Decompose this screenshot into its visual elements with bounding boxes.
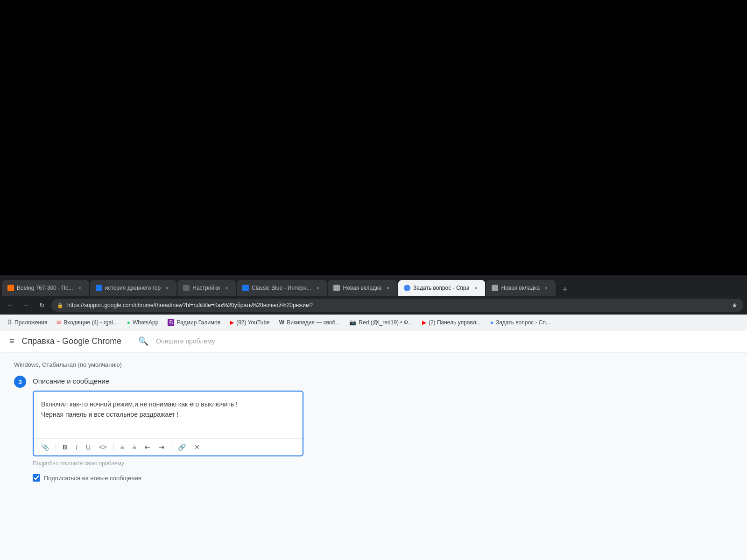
bold-button[interactable]: B [61,442,69,452]
address-text: https://support.google.com/chrome/thread… [67,302,728,308]
bookmark-radmir[interactable]: В Радмир Галимов [164,317,224,328]
list-bullet-button[interactable]: ≡ [119,442,126,452]
bookmark-youtube[interactable]: ▶ (82) YouTube [226,317,274,328]
bookmark-wikipedia-label: Википедия — своб... [287,319,340,326]
tab-7-close[interactable]: × [543,284,550,292]
tab-2-close[interactable]: × [163,284,171,292]
search-input-placeholder[interactable]: Опишите проблему [156,337,215,345]
step-title: Описание и сообщение [33,376,303,385]
tab-3-favicon [183,285,190,291]
tab-3-close[interactable]: × [223,284,230,292]
tab-5-favicon [333,285,340,291]
tab-3-label: Настройки [192,285,220,291]
youtube-icon: ▶ [230,319,234,326]
clear-format-button[interactable]: ✕ [192,442,202,452]
toolbar-sep-1 [56,443,56,451]
editor-line-1: Включил как-то ночной режим,и не понимаю… [41,399,295,409]
tab-3[interactable]: Настройки × [177,280,236,296]
bookmarks-bar: ⠿ Приложения ✉ Входящие (4) - rgal... ● … [0,315,747,330]
bookmark-panel-label: (2) Панель управл... [429,319,481,326]
star-icon[interactable]: ★ [732,301,738,309]
refresh-button[interactable]: ↻ [35,299,49,312]
nav-bar: ← → ↻ 🔒 https://support.google.com/chrom… [0,296,747,315]
tab-5-label: Новая вкладка [343,285,381,291]
tab-1-close[interactable]: × [76,284,84,292]
bookmark-apps-label: Приложения [14,319,47,326]
subscribe-checkbox[interactable] [33,474,40,482]
code-button[interactable]: <> [97,442,108,452]
italic-button[interactable]: I [74,442,79,452]
wikipedia-icon: W [279,319,284,326]
address-bar[interactable]: 🔒 https://support.google.com/chrome/thre… [51,299,743,312]
forward-button[interactable]: → [20,299,33,312]
step-number: 3 [14,376,26,388]
underline-button[interactable]: U [84,442,92,452]
toolbar-sep-2 [113,443,114,451]
checkbox-label: Подписаться на новые сообщения [44,475,141,482]
indent-right-button[interactable]: ⇥ [157,442,166,452]
bookmark-whatsapp[interactable]: ● WhatsApp [123,317,162,328]
tab-4-label: Classic Blue - Интерн... [252,285,311,291]
tab-6-label: Задать вопрос - Спра [413,285,469,291]
bookmark-zadatv[interactable]: ● Задать вопрос - Сп... [486,317,554,328]
help-text: Подробно опишите свою проблему [33,460,303,467]
tab-1-favicon [7,285,14,291]
tab-2-favicon [96,285,102,291]
tab-5[interactable]: Новая вкладка × [328,280,397,296]
indent-left-button[interactable]: ⇤ [143,442,152,452]
checkbox-row: Подписаться на новые сообщения [33,474,303,482]
bookmark-inbox-label: Входящие (4) - rgal... [63,319,118,326]
tab-4-close[interactable]: × [314,284,321,292]
bookmark-instagram[interactable]: 📷 Red (@i_red19) • Ф... [345,317,416,328]
tab-4-favicon [242,285,249,291]
tab-7-favicon [492,285,498,291]
link-button[interactable]: 🔗 [176,442,188,452]
refresh-icon: ↻ [39,301,45,309]
zadatv-icon: ● [490,319,493,326]
browser-window: Boeing 767-300 - По... × история древнег… [0,275,747,560]
tab-2-label: история древнего гор [105,285,161,291]
bookmark-youtube-label: (82) YouTube [236,319,270,326]
bookmark-panel[interactable]: ▶ (2) Панель управл... [418,317,485,328]
tab-6-favicon [404,285,410,291]
text-editor[interactable]: Включил как-то ночной режим,и не понимаю… [33,391,303,456]
page-header: ≡ Справка - Google Chrome 🔍 Опишите проб… [0,330,747,352]
radmir-icon: В [168,319,174,326]
tab-1-label: Boeing 767-300 - По... [17,285,73,291]
panel-icon: ▶ [422,319,426,326]
hamburger-icon[interactable]: ≡ [9,336,14,346]
bookmark-radmir-label: Радмир Галимов [176,319,220,326]
bookmark-apps[interactable]: ⠿ Приложения [4,317,51,328]
tab-7[interactable]: Новая вкладка × [486,280,556,296]
bookmark-instagram-label: Red (@i_red19) • Ф... [359,319,413,326]
tab-4[interactable]: Classic Blue - Интерн... × [237,280,327,296]
tab-2[interactable]: история древнего гор × [90,280,177,296]
lock-icon: 🔒 [57,302,63,308]
bookmark-whatsapp-label: WhatsApp [133,319,158,326]
editor-toolbar: 📎 B I U <> ≡ ≡ ⇤ ⇥ 🔗 [34,438,303,455]
tab-6[interactable]: Задать вопрос - Спра × [398,280,485,296]
tab-bar: Boeing 767-300 - По... × история древнег… [0,275,747,296]
whatsapp-icon: ● [127,319,130,326]
tab-5-close[interactable]: × [384,284,392,292]
bookmark-wikipedia[interactable]: W Википедия — своб... [275,317,344,328]
list-number-button[interactable]: ≡ [131,442,138,452]
attachment-button[interactable]: 📎 [39,442,51,452]
search-icon[interactable]: 🔍 [138,336,148,346]
windows-label: Windows, Стабильная (по умолчанию) [14,361,733,368]
tab-6-close[interactable]: × [472,284,479,292]
bookmark-inbox[interactable]: ✉ Входящие (4) - rgal... [53,317,121,328]
back-icon: ← [7,301,14,309]
black-top-area [0,0,747,275]
tab-1[interactable]: Boeing 767-300 - По... × [2,280,89,296]
toolbar-sep-3 [171,443,171,451]
editor-body[interactable]: Включил как-то ночной режим,и не понимаю… [34,392,303,438]
instagram-icon: 📷 [349,319,356,326]
apps-icon: ⠿ [7,319,12,326]
new-tab-button[interactable]: + [558,283,571,296]
page-content: ≡ Справка - Google Chrome 🔍 Опишите проб… [0,330,747,560]
main-content: Windows, Стабильная (по умолчанию) 3 Опи… [0,352,747,560]
back-button[interactable]: ← [4,299,17,312]
inbox-icon: ✉ [56,319,61,326]
page-title: Справка - Google Chrome [22,336,122,346]
